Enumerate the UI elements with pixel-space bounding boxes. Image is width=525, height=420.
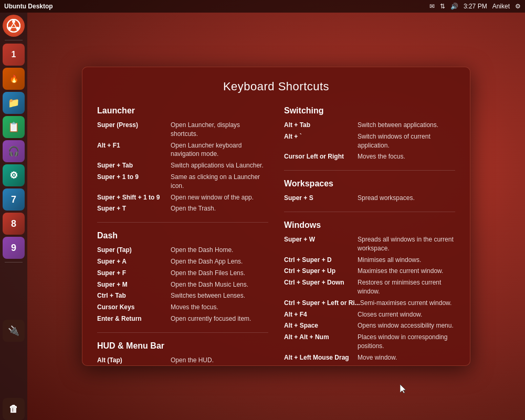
shortcut-key: Ctrl + Tab	[97, 291, 171, 300]
taskbar-right: ✉ ⇅ 🔊 3:27 PM Aniket ⚙	[429, 3, 521, 10]
shortcut-key: Alt + F4	[284, 310, 358, 319]
left-column: Launcher Super (Press) Open Launcher, di…	[97, 104, 268, 366]
taskbar-sync-icon[interactable]: ⇅	[440, 3, 445, 10]
taskbar-mail-icon[interactable]: ✉	[429, 3, 435, 10]
shortcut-key: Super + S	[284, 194, 358, 203]
shortcut-desc: Switch windows of current application.	[358, 132, 455, 150]
shortcut-enter-return: Enter & Return Open currently focused it…	[97, 314, 268, 323]
shortcut-key: Super + Shift + 1 to 9	[97, 193, 171, 202]
launcher-icon-5[interactable]: 🎧	[3, 140, 25, 162]
shortcut-alt-backtick: Alt + ` Switch windows of current applic…	[284, 132, 455, 150]
shortcut-desc: Opens window accessibility menu.	[358, 321, 454, 330]
shortcut-desc: Semi-maximises current window.	[360, 299, 452, 308]
shortcut-key: Alt + Middle Mouse Drag	[284, 365, 358, 366]
launcher-icon-2[interactable]: 🔥	[3, 68, 25, 90]
taskbar-settings-icon[interactable]: ⚙	[515, 3, 521, 10]
shortcut-key: Alt + Space	[284, 321, 358, 330]
shortcut-desc: Same as clicking on a Launcher icon.	[171, 173, 268, 191]
shortcut-ctrl-tab: Ctrl + Tab Switches between Lenses.	[97, 291, 268, 300]
launcher-icon-1[interactable]: 1	[3, 44, 25, 66]
shortcut-ctrl-super-d: Ctrl + Super + D Minimises all windows.	[284, 256, 455, 265]
shortcut-ctrl-super-up: Ctrl + Super + Up Maximises the current …	[284, 267, 455, 276]
section-launcher-title: Launcher	[97, 106, 268, 116]
launcher-icon-ubuntu[interactable]	[3, 15, 25, 37]
shortcut-desc: Open Launcher, displays shortcuts.	[171, 121, 268, 139]
launcher-icon-9[interactable]: 9	[3, 237, 25, 259]
taskbar-volume-icon[interactable]: 🔊	[450, 3, 458, 10]
shortcut-alt-f1: Alt + F1 Open Launcher keyboard navigati…	[97, 141, 268, 159]
svg-line-5	[14, 23, 16, 28]
shortcuts-dialog: Keyboard Shortcuts Launcher Super (Press…	[82, 67, 470, 366]
shortcut-key: Cursor Left or Right	[284, 152, 358, 161]
shortcut-super-s: Super + S Spread workspaces.	[284, 194, 455, 203]
svg-line-4	[11, 23, 14, 28]
shortcut-key: Alt + Alt + Num	[284, 333, 358, 351]
shortcut-key: Super + W	[284, 235, 358, 253]
shortcut-key: Super + 1 to 9	[97, 173, 171, 191]
section-dash-title: Dash	[97, 231, 268, 240]
shortcut-desc: Open the Dash Music Lens.	[171, 280, 248, 289]
shortcut-super-f: Super + F Open the Dash Files Lens.	[97, 269, 268, 278]
shortcut-desc: Move window.	[358, 353, 397, 362]
shortcut-desc: Open Launcher keyboard navigation mode.	[171, 141, 268, 159]
launcher-icon-trash[interactable]: 🗑	[3, 398, 25, 420]
shortcut-alt-middle-drag: Alt + Middle Mouse Drag Resize window.	[284, 365, 455, 366]
shortcut-cursor-lr-switch: Cursor Left or Right Moves the focus.	[284, 152, 455, 161]
shortcut-desc: Resize window.	[358, 365, 401, 366]
shortcut-key: Ctrl + Super + Left or Ri...	[284, 299, 360, 308]
shortcut-desc: Spread workspaces.	[358, 194, 415, 203]
shortcut-key: Super + Tab	[97, 161, 171, 170]
shortcut-key: Alt + `	[284, 132, 358, 150]
shortcut-key: Super + T	[97, 204, 171, 213]
launcher-icon-7[interactable]: 7	[3, 188, 25, 211]
shortcut-alt-left-drag: Alt + Left Mouse Drag Move window.	[284, 353, 455, 362]
taskbar-time: 3:27 PM	[464, 3, 487, 10]
launcher-sidebar: 1 🔥 📁 📋 🎧 ⚙ 7 8 9 🔌 🗑	[0, 13, 27, 420]
shortcut-desc: Restores or minimises current window.	[358, 278, 455, 296]
taskbar: Ubuntu Desktop ✉ ⇅ 🔊 3:27 PM Aniket ⚙	[0, 0, 525, 13]
launcher-icon-8[interactable]: 8	[3, 213, 25, 235]
shortcut-desc: Moves the focus.	[358, 152, 405, 161]
dialog-title: Keyboard Shortcuts	[97, 80, 455, 93]
shortcut-key: Super + F	[97, 269, 171, 278]
shortcut-alt-tap: Alt (Tap) Open the HUD.	[97, 356, 268, 365]
section-switching-title: Switching	[284, 106, 455, 116]
shortcut-super-m: Super + M Open the Dash Music Lens.	[97, 280, 268, 289]
launcher-icon-4[interactable]: 📋	[3, 116, 25, 138]
shortcut-key: Alt + Left Mouse Drag	[284, 353, 358, 362]
launcher-icon-6[interactable]: ⚙	[3, 164, 25, 186]
launcher-divider-2	[5, 262, 23, 262]
shortcut-key: Alt + F1	[97, 141, 171, 159]
right-column: Switching Alt + Tab Switch between appli…	[284, 104, 455, 366]
shortcut-desc: Open the HUD.	[171, 356, 214, 365]
shortcut-desc: Open the Dash App Lens.	[171, 257, 243, 266]
shortcut-alt-f4: Alt + F4 Closes current window.	[284, 310, 455, 319]
section-workspaces-title: Workspaces	[284, 179, 455, 188]
taskbar-user[interactable]: Aniket	[492, 3, 510, 10]
shortcut-desc: Maximises the current window.	[358, 267, 443, 276]
launcher-icon-usb[interactable]: 🔌	[3, 320, 25, 342]
shortcut-super-tab: Super + Tab Switch applications via Laun…	[97, 161, 268, 170]
divider-1	[97, 222, 268, 223]
shortcut-key: Ctrl + Super + D	[284, 256, 358, 265]
launcher-icon-3[interactable]: 📁	[3, 92, 25, 114]
launcher-divider-1	[5, 40, 23, 40]
shortcut-key: Super + M	[97, 280, 171, 289]
divider-3	[284, 170, 455, 171]
shortcut-desc: Switch between applications.	[358, 121, 438, 130]
shortcut-desc: Switch applications via Launcher.	[171, 161, 264, 170]
shortcut-key: Super (Press)	[97, 121, 171, 139]
shortcut-super-t: Super + T Open the Trash.	[97, 204, 268, 213]
shortcut-key: Ctrl + Super + Down	[284, 278, 358, 296]
shortcut-super-tap: Super (Tap) Open the Dash Home.	[97, 246, 268, 255]
shortcut-key: Alt + Tab	[284, 121, 358, 130]
section-windows-title: Windows	[284, 220, 455, 230]
shortcut-key: Alt (Tap)	[97, 356, 171, 365]
shortcut-desc: Spreads all windows in the current works…	[358, 235, 455, 253]
shortcut-desc: Open the Dash Home.	[171, 246, 233, 255]
shortcut-super-w: Super + W Spreads all windows in the cur…	[284, 235, 455, 253]
divider-2	[97, 332, 268, 333]
taskbar-title: Ubuntu Desktop	[4, 3, 53, 10]
shortcut-alt-space: Alt + Space Opens window accessibility m…	[284, 321, 455, 330]
shortcut-super-press: Super (Press) Open Launcher, displays sh…	[97, 121, 268, 139]
